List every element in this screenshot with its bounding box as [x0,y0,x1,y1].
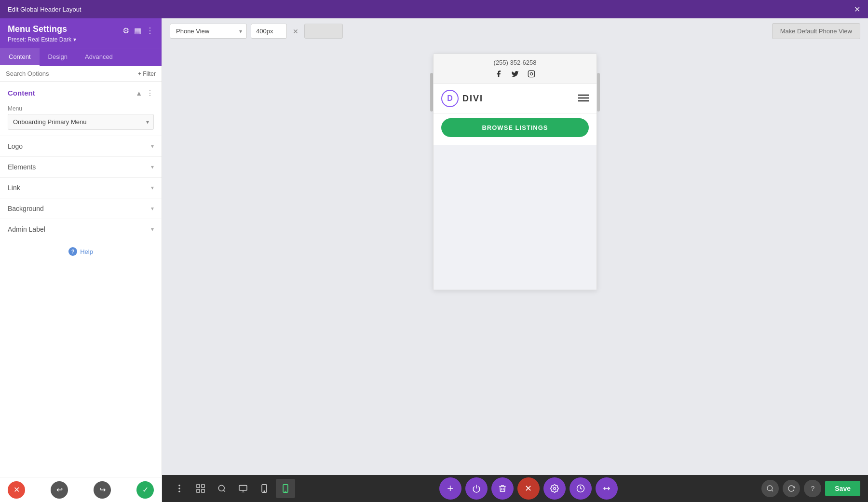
undo-button[interactable]: ↩ [51,481,68,499]
redo-button[interactable]: ↪ [94,481,111,499]
elements-section[interactable]: Elements ▾ [0,156,162,177]
phone-body [434,145,597,290]
tab-content[interactable]: Content [0,48,40,66]
px-input[interactable] [251,24,287,39]
panel-bottom: ✕ ↩ ↪ ✓ [0,477,162,502]
background-section[interactable]: Background ▾ [0,198,162,219]
section-menu-icon[interactable]: ⋮ [146,88,154,98]
tabs-bar: Content Design Advanced [0,48,162,66]
svg-line-26 [772,490,773,491]
search-right-button[interactable] [761,480,779,497]
twitter-icon[interactable] [510,69,520,79]
view-select-wrapper: Phone View Tablet View Desktop View [170,24,247,39]
search-input[interactable] [6,70,134,77]
section-content-header: Content ▲ ⋮ [0,82,162,102]
tab-design[interactable]: Design [40,48,76,66]
save-button[interactable]: Save [825,481,860,496]
svg-rect-10 [197,489,200,492]
tablet-view-button[interactable] [255,479,274,498]
tab-advanced[interactable]: Advanced [76,48,122,66]
bottom-toolbar-right: ? Save [761,480,860,497]
svg-point-18 [264,491,265,492]
section-collapse-icon[interactable]: ▲ [136,89,142,97]
background-label: Background [8,205,44,212]
browse-btn-row: BROWSE LISTINGS [434,113,597,145]
svg-point-7 [178,490,180,492]
more-icon[interactable]: ⋮ [146,26,154,35]
bottom-toolbar: + ✕ [162,475,868,502]
clear-px-button[interactable]: ✕ [291,26,300,37]
filter-button[interactable]: + Filter [138,70,156,77]
help-label: Help [80,248,93,255]
divi-logo: D DIVI [441,90,483,107]
preview-area: Phone View Tablet View Desktop View ✕ Ma… [162,18,868,502]
menu-select-wrapper: Onboarding Primary Menu [8,114,154,130]
help-icon: ? [68,247,77,256]
logo-label: Logo [8,142,23,150]
panel-title: Menu Settings [8,24,76,34]
preview-content: (255) 352-6258 [162,44,868,475]
columns-icon[interactable]: ▦ [134,26,141,35]
history-button[interactable] [570,477,592,500]
panel-header: Menu Settings Preset: Real Estate Dark ▾… [0,18,162,48]
phone-view-button[interactable] [276,479,295,498]
svg-line-13 [223,490,225,491]
svg-point-6 [178,488,180,489]
logo-section[interactable]: Logo ▾ [0,136,162,156]
admin-label-section[interactable]: Admin Label ▾ [0,219,162,239]
browse-listings-button[interactable]: BROWSE LISTINGS [441,118,589,137]
settings-icon[interactable]: ⚙ [122,26,129,35]
admin-label-label: Admin Label [8,225,45,233]
cancel-button[interactable]: ✕ [8,481,25,499]
search-view-button[interactable] [212,479,231,498]
admin-label-arrow-icon: ▾ [151,226,154,233]
add-button[interactable]: + [439,477,461,500]
resize-handle-right[interactable] [597,73,600,112]
grid-view-button[interactable] [191,479,210,498]
resize-button[interactable] [596,477,618,500]
svg-point-5 [178,485,180,487]
hamburger-icon[interactable] [578,93,589,104]
instagram-icon[interactable] [527,69,536,79]
panel-preset[interactable]: Preset: Real Estate Dark ▾ [8,36,76,43]
px-extra-input[interactable] [304,24,343,39]
confirm-button[interactable]: ✓ [136,481,154,499]
top-bar: Edit Global Header Layout ✕ [0,0,868,18]
left-panel: Menu Settings Preset: Real Estate Dark ▾… [0,18,162,502]
bottom-toolbar-left [170,479,295,498]
phone-topbar: (255) 352-6258 [434,54,597,84]
settings-button[interactable] [543,477,566,500]
close-button[interactable]: ✕ [517,477,540,500]
menu-field: Menu Onboarding Primary Menu [0,102,162,136]
close-icon[interactable]: ✕ [854,5,860,14]
svg-rect-8 [197,485,200,488]
phone-social [441,69,589,79]
panel-header-actions: ⚙ ▦ ⋮ [122,26,154,35]
section-title: Content [8,89,35,97]
refresh-button[interactable] [783,480,800,497]
view-select[interactable]: Phone View Tablet View Desktop View [170,24,247,39]
background-arrow-icon: ▾ [151,205,154,212]
svg-point-25 [767,486,773,491]
main-layout: Menu Settings Preset: Real Estate Dark ▾… [0,18,868,502]
divi-logo-circle: D [441,90,459,107]
logo-arrow-icon: ▾ [151,143,154,150]
confirm-icon: ✓ [142,485,149,494]
svg-rect-9 [202,485,204,488]
help-right-button[interactable]: ? [804,480,821,497]
facebook-icon[interactable] [494,69,503,79]
menu-select[interactable]: Onboarding Primary Menu [8,114,154,130]
more-options-button[interactable] [170,479,189,498]
svg-point-22 [553,488,556,490]
desktop-view-button[interactable] [233,479,253,498]
delete-button[interactable] [491,477,514,500]
power-button[interactable] [465,477,488,500]
section-controls: ▲ ⋮ [136,88,154,98]
make-default-button[interactable]: Make Default Phone View [772,23,860,39]
help-section[interactable]: ? Help [0,239,162,264]
link-section[interactable]: Link ▾ [0,177,162,198]
window-title: Edit Global Header Layout [8,6,81,13]
cancel-icon: ✕ [14,485,20,494]
link-label: Link [8,184,20,192]
phone-preview: (255) 352-6258 [433,54,597,290]
